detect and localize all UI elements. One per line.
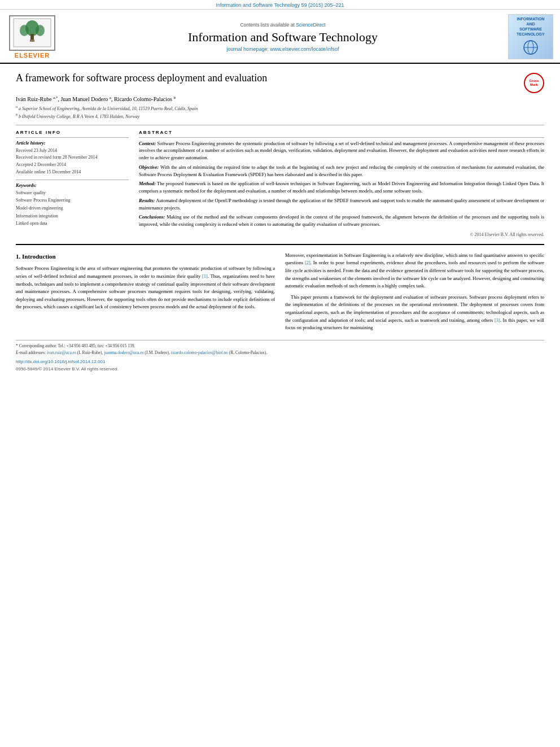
journal-header: ELSEVIER Contents lists available at Sci… xyxy=(0,10,560,64)
ist-logo: INFORMATIONANDSOFTWARETECHNOLOGY xyxy=(508,14,553,59)
svg-point-3 xyxy=(20,25,29,36)
elsevier-logo-box xyxy=(9,15,55,51)
intro-col2-p2: This paper presents a framework for the … xyxy=(285,294,544,332)
elsevier-logo: ELSEVIER xyxy=(7,15,58,59)
email3-link[interactable]: ricardo.colomo-palacios@hiof.no xyxy=(171,350,228,355)
thick-divider xyxy=(16,244,544,245)
journal-reference-bar: Information and Software Technology 59 (… xyxy=(0,0,560,10)
affiliations: a a Superior School of Engineering, Aven… xyxy=(16,104,544,120)
email1-link[interactable]: ivan.ruiz@uca.es xyxy=(47,350,76,355)
issn-line: 0950-5849/© 2014 Elsevier B.V. All right… xyxy=(16,366,544,373)
divider-after-affiliations xyxy=(16,125,544,125)
journal-title: Information and Software Technology xyxy=(63,30,502,45)
history-label: Article history: xyxy=(16,140,129,146)
authors-line: Iván Ruiz-Rube a,*, Juan Manuel Dodero a… xyxy=(16,95,544,102)
article-info-abstract-section: ARTICLE INFO Article history: Received 2… xyxy=(16,130,544,238)
paper-title: A framework for software process deploym… xyxy=(16,72,267,85)
homepage-url[interactable]: www.elsevier.com/locate/infsof xyxy=(270,46,339,52)
svg-rect-5 xyxy=(30,40,34,42)
keywords-label: Keywords: xyxy=(16,182,129,188)
contents-available-line: Contents lists available at ScienceDirec… xyxy=(63,22,502,28)
journal-reference-text: Information and Software Technology 59 (… xyxy=(216,2,344,8)
abstract-column: ABSTRACT Context: Software Process Engin… xyxy=(139,130,544,238)
crossmark-badge: CrossMark xyxy=(524,73,544,93)
journal-center: Contents lists available at ScienceDirec… xyxy=(58,22,508,52)
journal-homepage: journal homepage: www.elsevier.com/locat… xyxy=(63,46,502,52)
introduction-section: 1. Introduction Software Process Enginee… xyxy=(16,252,544,335)
article-content: A framework for software process deploym… xyxy=(0,64,560,378)
article-dates: Received 23 July 2014 Received in revise… xyxy=(16,147,129,176)
footnotes-section: * Corresponding author. Tel.: +34 956 48… xyxy=(16,340,544,373)
email-footnote: E-mail addresses: ivan.ruiz@uca.es (I. R… xyxy=(16,350,544,356)
article-info-column: ARTICLE INFO Article history: Received 2… xyxy=(16,130,129,238)
svg-point-4 xyxy=(36,25,45,36)
article-info-header: ARTICLE INFO xyxy=(16,130,129,135)
intro-col2-p1: Moreover, experimentation in Software En… xyxy=(285,252,544,290)
copyright-line: © 2014 Elsevier B.V. All rights reserved… xyxy=(139,231,544,238)
abstract-text: Context: Software Process Engineering pr… xyxy=(139,140,544,238)
intro-col-right: Moreover, experimentation in Software En… xyxy=(285,252,544,335)
abstract-context: Context: Software Process Engineering pr… xyxy=(139,140,544,161)
abstract-results: Results: Automated deployment of the Ope… xyxy=(139,197,544,212)
doi-link[interactable]: http://dx.doi.org/10.1016/j.infsof.2014.… xyxy=(16,359,544,366)
intro-two-col: 1. Introduction Software Process Enginee… xyxy=(16,252,544,335)
intro-col1-p1: Software Process Engineering is the area… xyxy=(16,265,275,311)
sciencedirect-link[interactable]: ScienceDirect xyxy=(296,22,325,28)
abstract-objective: Objective: With the aim of minimizing th… xyxy=(139,164,544,178)
intro-col-left: 1. Introduction Software Process Enginee… xyxy=(16,252,275,335)
elsevier-wordmark: ELSEVIER xyxy=(15,52,50,59)
corresponding-footnote: * Corresponding author. Tel.: +34 956 48… xyxy=(16,343,544,350)
abstract-conclusions: Conclusions: Making use of the method an… xyxy=(139,213,544,228)
intro-section-title: 1. Introduction xyxy=(16,252,275,262)
abstract-header: ABSTRACT xyxy=(139,130,544,135)
keywords-list: Software quality Software Process Engine… xyxy=(16,189,129,228)
abstract-method: Method: The proposed framework is based … xyxy=(139,180,544,195)
email2-link[interactable]: juanma.dodero@uca.es xyxy=(104,350,143,355)
